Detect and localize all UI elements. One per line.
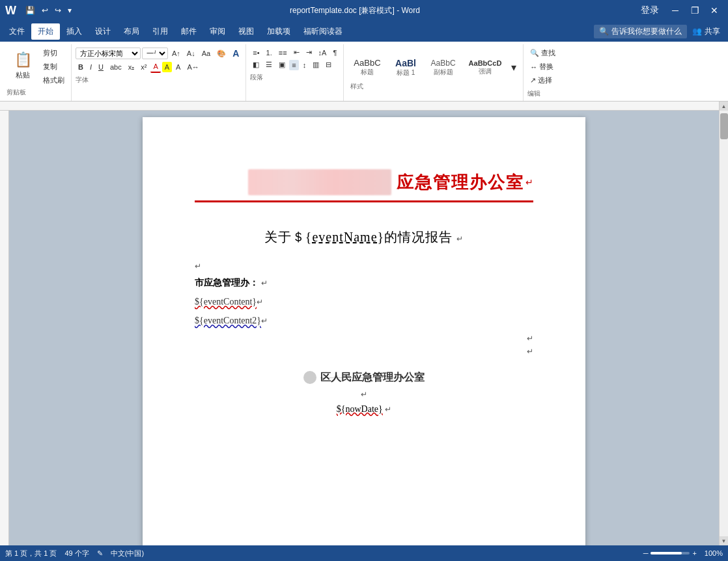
page-header: 应急管理办公室 ↵ bbox=[195, 169, 533, 218]
bullets-button[interactable]: ≡• bbox=[250, 48, 262, 58]
increase-indent-button[interactable]: ⇥ bbox=[303, 47, 315, 58]
customize-quick-access-button[interactable]: ▾ bbox=[65, 5, 74, 16]
char-border-button[interactable]: A↔ bbox=[184, 62, 201, 72]
share-icon: 👥 bbox=[692, 27, 702, 36]
font-shrink-button[interactable]: A↓ bbox=[184, 48, 198, 59]
multilevel-button[interactable]: ≡≡ bbox=[276, 48, 290, 58]
minimize-button[interactable]: ─ bbox=[667, 4, 684, 17]
text-effects-button[interactable]: A bbox=[230, 47, 242, 60]
login-button[interactable]: 登录 bbox=[636, 4, 664, 17]
zoom-slider[interactable]: ─ + bbox=[643, 549, 697, 557]
superscript-button[interactable]: x² bbox=[138, 62, 149, 72]
redo-button[interactable]: ↪ bbox=[52, 5, 64, 16]
replace-icon: ↔ bbox=[530, 63, 537, 71]
borders-button[interactable]: ⊟ bbox=[323, 59, 334, 70]
scroll-up-button[interactable]: ▲ bbox=[720, 102, 729, 111]
undo-button[interactable]: ↩ bbox=[39, 5, 51, 16]
menu-addins[interactable]: 加载项 bbox=[260, 23, 297, 40]
sort-button[interactable]: ↕A bbox=[316, 48, 329, 58]
strikethrough-button[interactable]: abc bbox=[107, 62, 124, 72]
paste-button[interactable]: 📋 粘贴 bbox=[7, 47, 39, 87]
font-label: 字体 bbox=[76, 75, 242, 85]
menu-references[interactable]: 引用 bbox=[146, 23, 175, 40]
status-bar-right: ─ + 100% bbox=[643, 549, 723, 557]
font-name-select[interactable]: 方正小标宋简 bbox=[76, 48, 141, 59]
close-button[interactable]: ✕ bbox=[706, 4, 723, 17]
zoom-percent: 100% bbox=[705, 549, 723, 557]
change-case-button[interactable]: Aa bbox=[199, 48, 213, 59]
align-right-button[interactable]: ▣ bbox=[276, 59, 288, 70]
menu-view[interactable]: 视图 bbox=[232, 23, 260, 40]
para-row2: ◧ ☰ ▣ ≡ ↕ ▥ ⊟ bbox=[250, 59, 339, 70]
show-marks-button[interactable]: ¶ bbox=[330, 48, 339, 58]
title-bar: W 💾 ↩ ↪ ▾ reportTemplate.doc [兼容模式] - Wo… bbox=[0, 0, 728, 21]
font-grow-button[interactable]: A↑ bbox=[169, 48, 183, 59]
restore-button[interactable]: ❐ bbox=[686, 4, 703, 17]
format-painter-button[interactable]: 格式刷 bbox=[40, 74, 67, 87]
editing-label: 编辑 bbox=[527, 89, 558, 98]
clear-format-button[interactable]: 🎨 bbox=[214, 48, 229, 59]
style-heading1[interactable]: AaBl 标题 1 bbox=[388, 55, 424, 81]
report-title-suffix: }的情况报告 bbox=[378, 230, 453, 244]
edit-icon: ✎ bbox=[97, 549, 103, 558]
menu-review[interactable]: 审阅 bbox=[203, 23, 232, 40]
scroll-down-button[interactable]: ▼ bbox=[720, 536, 729, 545]
zoom-fill bbox=[651, 552, 682, 554]
recipient-label: 市应急管理办： bbox=[195, 275, 259, 291]
justify-button[interactable]: ≡ bbox=[289, 60, 298, 70]
style-emphasis[interactable]: AaBbCcD 强调 bbox=[463, 56, 508, 79]
replace-button[interactable]: ↔ 替换 bbox=[527, 61, 558, 73]
zoom-in-button[interactable]: + bbox=[692, 549, 696, 557]
ribbon-content: 📋 粘贴 剪切 复制 格式刷 剪贴板 方正小标宋简 一号 A↑ bbox=[3, 44, 728, 101]
menu-layout[interactable]: 布局 bbox=[117, 23, 146, 40]
search-icon: 🔍 bbox=[599, 27, 609, 36]
window-title: reportTemplate.doc [兼容模式] - Word bbox=[74, 5, 636, 16]
highlight-button[interactable]: A bbox=[162, 62, 172, 72]
scroll-thumb[interactable] bbox=[720, 113, 728, 139]
find-button[interactable]: 🔍 查找 bbox=[527, 47, 558, 59]
menu-foxit[interactable]: 福昕阅读器 bbox=[297, 23, 349, 40]
share-button[interactable]: 👥 共享 bbox=[687, 23, 725, 40]
char-shading-button[interactable]: A bbox=[173, 62, 183, 72]
font-color-button[interactable]: A bbox=[150, 61, 160, 73]
menu-insert[interactable]: 插入 bbox=[60, 23, 89, 40]
style-subtitle[interactable]: AaBbC 副标题 bbox=[425, 55, 462, 80]
menu-file[interactable]: 文件 bbox=[3, 23, 31, 40]
copy-button[interactable]: 复制 bbox=[40, 61, 67, 73]
numbering-button[interactable]: 1. bbox=[264, 48, 275, 58]
recipient-line: 市应急管理办： ↵ bbox=[195, 275, 533, 291]
content-field1-line: ${eventContent} ↵ bbox=[195, 294, 533, 310]
styles-more-button[interactable]: ▾ bbox=[509, 60, 519, 75]
para-mark-2: ↵ bbox=[527, 334, 533, 343]
center-org-text: 区人民应急管理办公室 bbox=[320, 371, 425, 385]
para-mark-1: ↵ bbox=[195, 262, 201, 271]
bold-button[interactable]: B bbox=[76, 62, 86, 72]
find-icon: 🔍 bbox=[530, 49, 539, 57]
shading-button[interactable]: ▥ bbox=[310, 59, 322, 70]
status-bar: 第 1 页，共 1 页 49 个字 ✎ 中文(中国) ─ + 100% bbox=[0, 545, 728, 561]
clipboard-label: 剪贴板 bbox=[7, 88, 67, 97]
style-normal[interactable]: AaBbC 标题 bbox=[348, 55, 386, 80]
paste-icon: 📋 bbox=[12, 49, 33, 70]
save-button[interactable]: 💾 bbox=[23, 5, 38, 16]
font-size-select[interactable]: 一号 bbox=[142, 48, 168, 59]
search-box[interactable]: 🔍 告诉我你想要做什么 bbox=[594, 25, 687, 38]
scrollbar-vertical[interactable]: ▲ ▼ bbox=[719, 102, 728, 545]
select-button[interactable]: ↗ 选择 bbox=[527, 74, 558, 87]
ribbon: 📋 粘贴 剪切 复制 格式刷 剪贴板 方正小标宋简 一号 A↑ bbox=[0, 42, 728, 102]
menu-home[interactable]: 开始 bbox=[31, 23, 60, 40]
line-spacing-button[interactable]: ↕ bbox=[300, 60, 309, 70]
document-page: 应急管理办公室 ↵ 关于＄{eventName}的情况报告 ↵ ↵ 市应急管理办… bbox=[143, 117, 585, 545]
menu-design[interactable]: 设计 bbox=[89, 23, 117, 40]
align-center-button[interactable]: ☰ bbox=[263, 59, 275, 70]
decrease-indent-button[interactable]: ⇤ bbox=[291, 47, 302, 58]
subscript-button[interactable]: x₂ bbox=[126, 62, 137, 73]
zoom-out-button[interactable]: ─ bbox=[643, 549, 649, 557]
italic-button[interactable]: I bbox=[87, 62, 94, 72]
document-container: 应急管理办公室 ↵ 关于＄{eventName}的情况报告 ↵ ↵ 市应急管理办… bbox=[9, 102, 719, 545]
menu-mailings[interactable]: 邮件 bbox=[175, 23, 203, 40]
align-left-button[interactable]: ◧ bbox=[250, 59, 262, 70]
cut-button[interactable]: 剪切 bbox=[40, 47, 67, 59]
org-title: 应急管理办公室 bbox=[397, 171, 524, 194]
underline-button[interactable]: U bbox=[96, 62, 106, 72]
